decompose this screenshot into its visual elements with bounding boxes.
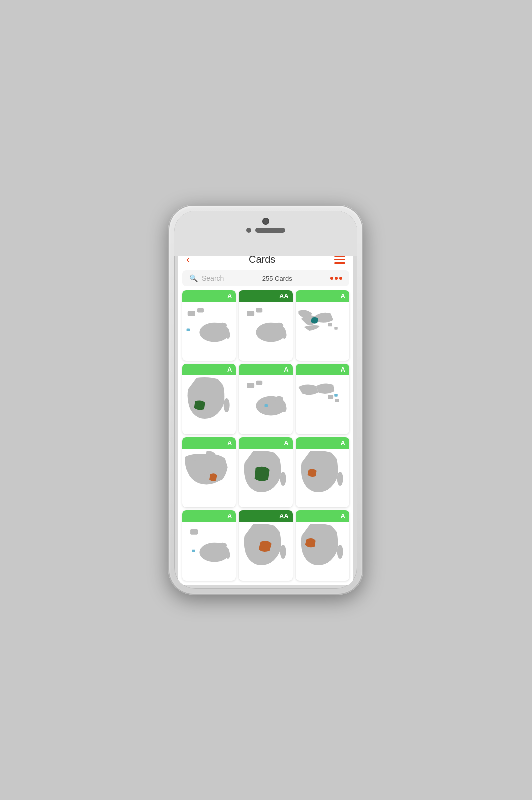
search-input[interactable]: Search xyxy=(202,274,224,282)
card-11-label: AA xyxy=(280,512,289,520)
svg-rect-12 xyxy=(334,327,338,330)
screen: ‹ Cards 🔍 Search 255 Cards xyxy=(178,247,354,585)
card-9-map xyxy=(296,449,350,494)
phone-top xyxy=(174,211,358,256)
hamburger-menu-button[interactable] xyxy=(334,256,346,264)
card-3-label: A xyxy=(341,292,346,300)
card-12-map xyxy=(296,522,350,567)
card-11-map xyxy=(239,522,292,567)
search-left: 🔍 Search xyxy=(190,274,224,282)
card-5-label: A xyxy=(284,366,288,374)
card-7[interactable]: A xyxy=(182,438,236,508)
card-12-label: A xyxy=(341,512,346,520)
speaker-area xyxy=(246,228,286,233)
dot-2 xyxy=(335,277,338,280)
svg-rect-3 xyxy=(188,311,196,316)
card-11-header: AA xyxy=(239,510,292,522)
svg-rect-17 xyxy=(247,383,254,388)
cards-grid: A xyxy=(178,290,354,585)
card-7-label: A xyxy=(228,440,232,447)
card-7-map xyxy=(182,449,236,494)
card-12[interactable]: A xyxy=(296,510,350,581)
svg-point-31 xyxy=(337,545,343,559)
svg-rect-4 xyxy=(198,308,204,313)
card-3-header: A xyxy=(296,290,350,302)
card-3-map xyxy=(296,302,350,347)
svg-point-15 xyxy=(275,396,284,402)
svg-rect-9 xyxy=(247,311,254,316)
svg-point-2 xyxy=(226,332,230,339)
card-9-label: A xyxy=(341,440,346,447)
card-8[interactable]: A xyxy=(239,438,292,508)
card-10[interactable]: A xyxy=(182,510,236,581)
svg-rect-29 xyxy=(192,550,195,552)
svg-point-24 xyxy=(337,472,343,486)
svg-point-1 xyxy=(218,323,227,328)
more-options-button[interactable] xyxy=(330,277,342,280)
dot-3 xyxy=(340,277,342,280)
phone-inner: ‹ Cards 🔍 Search 255 Cards xyxy=(174,211,358,589)
card-2-label: AA xyxy=(280,292,289,300)
card-9-header: A xyxy=(296,438,350,449)
svg-point-30 xyxy=(280,545,286,559)
card-1-map xyxy=(182,302,236,347)
svg-rect-18 xyxy=(256,380,263,385)
card-5-header: A xyxy=(239,364,292,376)
card-3[interactable]: A xyxy=(296,290,350,361)
card-6[interactable]: A xyxy=(296,364,350,434)
card-1[interactable]: A xyxy=(182,290,236,361)
svg-point-23 xyxy=(280,472,286,486)
card-8-label: A xyxy=(284,440,288,447)
svg-point-26 xyxy=(218,543,227,548)
card-4-map xyxy=(182,376,236,420)
card-1-header: A xyxy=(182,290,236,302)
menu-line-2 xyxy=(334,259,346,260)
cards-count-label: 255 Cards xyxy=(262,275,292,282)
search-bar[interactable]: 🔍 Search 255 Cards xyxy=(182,270,350,286)
card-2-map xyxy=(239,302,292,347)
speaker-grille xyxy=(256,228,286,233)
camera xyxy=(262,218,270,225)
front-camera-dot xyxy=(246,228,252,233)
card-10-label: A xyxy=(228,512,232,520)
card-1-label: A xyxy=(228,292,232,300)
svg-point-7 xyxy=(275,323,284,328)
card-11[interactable]: AA xyxy=(239,510,292,581)
svg-rect-21 xyxy=(335,399,340,402)
card-4-header: A xyxy=(182,364,236,376)
svg-point-13 xyxy=(224,398,230,412)
svg-point-8 xyxy=(282,332,287,339)
card-5[interactable]: A xyxy=(239,364,292,434)
card-9[interactable]: A xyxy=(296,438,350,508)
svg-rect-5 xyxy=(187,329,190,332)
svg-rect-28 xyxy=(190,530,198,535)
svg-rect-22 xyxy=(334,394,338,396)
svg-rect-10 xyxy=(256,308,263,313)
card-10-map xyxy=(182,522,236,567)
svg-rect-20 xyxy=(328,395,334,399)
dot-1 xyxy=(330,277,334,280)
menu-line-3 xyxy=(334,262,346,264)
svg-rect-11 xyxy=(328,324,332,326)
card-6-label: A xyxy=(341,366,346,374)
svg-point-27 xyxy=(226,552,230,559)
card-2-header: AA xyxy=(239,290,292,302)
card-8-header: A xyxy=(239,438,292,449)
card-7-header: A xyxy=(182,438,236,449)
svg-rect-19 xyxy=(265,404,268,407)
card-10-header: A xyxy=(182,510,236,522)
card-5-map xyxy=(239,376,292,420)
search-icon: 🔍 xyxy=(190,274,198,282)
card-8-map xyxy=(239,449,292,494)
card-12-header: A xyxy=(296,510,350,522)
card-2[interactable]: AA xyxy=(239,290,292,361)
card-6-map xyxy=(296,376,350,420)
phone-outer: ‹ Cards 🔍 Search 255 Cards xyxy=(168,205,364,595)
card-4[interactable]: A xyxy=(182,364,236,434)
svg-point-16 xyxy=(282,405,287,412)
card-4-label: A xyxy=(228,366,232,374)
card-6-header: A xyxy=(296,364,350,376)
